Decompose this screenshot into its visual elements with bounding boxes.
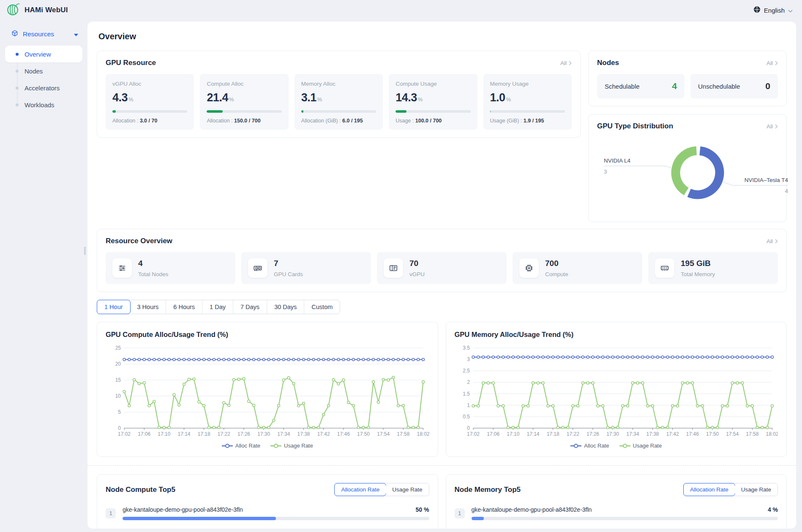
- line-chart-svg: 051015202517:0217:0617:1017:1417:1817:22…: [106, 343, 429, 441]
- resource-label: Total Memory: [681, 271, 715, 277]
- sidebar-item-nodes[interactable]: Nodes: [5, 62, 82, 79]
- toggle-allocation-rate[interactable]: Allocation Rate: [683, 483, 735, 496]
- topbar: HAMi WebUI English: [0, 0, 802, 20]
- resource-overview-all-link[interactable]: All: [767, 238, 778, 244]
- language-label: English: [764, 7, 785, 14]
- chevron-right-icon: [569, 61, 572, 65]
- legend-item-alloc-rate[interactable]: Alloc Rate: [222, 442, 260, 449]
- svg-text:17:02: 17:02: [466, 431, 479, 437]
- time-tab-1-day[interactable]: 1 Day: [202, 300, 233, 314]
- chevron-down-icon: [788, 7, 793, 14]
- stat-detail: Usage (GiB) : 1.9 / 195: [490, 118, 565, 124]
- stat-progress: [490, 110, 565, 113]
- bullet-dot-icon: [16, 53, 19, 56]
- sidebar-group-resources[interactable]: Resources: [5, 26, 82, 42]
- legend-marker-icon: [222, 444, 233, 448]
- svg-text:17:26: 17:26: [586, 431, 599, 437]
- toggle-usage-rate[interactable]: Usage Rate: [735, 483, 777, 496]
- chevron-right-icon: [775, 239, 778, 244]
- svg-text:0: 0: [467, 425, 470, 431]
- legend-item-usage-rate[interactable]: Usage Rate: [619, 442, 662, 449]
- hami-logo-icon: [6, 2, 20, 18]
- resource-overview-item: 70 vGPU: [377, 252, 507, 284]
- resource-overview-items: 4 Total Nodes 7 GPU Cards 70 vGPU 700 Co…: [106, 252, 778, 284]
- svg-text:17:38: 17:38: [297, 431, 310, 437]
- language-selector[interactable]: English: [753, 6, 793, 14]
- donut-slice-nvidia-tesla-t4: [689, 151, 720, 195]
- stat-label: Compute Alloc: [207, 81, 281, 87]
- stat-label: Memory Usage: [490, 81, 565, 87]
- sidebar-item-label: Overview: [25, 51, 51, 58]
- chart-legend: Alloc Rate Usage Rate: [106, 441, 429, 452]
- schedulable-value: 4: [672, 81, 677, 91]
- resource-overview-item: 700 Compute: [513, 252, 642, 284]
- svg-text:1: 1: [467, 402, 470, 408]
- compute-chip-icon: [519, 258, 539, 278]
- bullet-dot-icon: [16, 70, 19, 73]
- svg-text:17:26: 17:26: [237, 431, 250, 437]
- legend-item-usage-rate[interactable]: Usage Rate: [270, 442, 313, 449]
- time-tab-1-hour[interactable]: 1 Hour: [97, 300, 131, 314]
- legend-marker-icon: [270, 444, 281, 448]
- time-tab-6-hours[interactable]: 6 Hours: [166, 300, 202, 314]
- caret-down-icon: [74, 30, 78, 38]
- svg-text:17:50: 17:50: [357, 431, 370, 437]
- resource-overview-title: Resource Overview: [106, 237, 172, 245]
- sidebar-group-label: Resources: [23, 30, 70, 38]
- time-tab-3-hours[interactable]: 3 Hours: [130, 300, 166, 314]
- sidebar-item-overview[interactable]: Overview: [5, 46, 82, 62]
- svg-text:17:54: 17:54: [726, 431, 739, 437]
- gpu-type-donut-chart: NVIDIA L43NVIDIA–Tesla T44: [597, 132, 778, 214]
- svg-text:0.5: 0.5: [463, 414, 470, 420]
- stat-value: 1.0%: [490, 91, 565, 104]
- gpu-stat-card: Compute Alloc 21.4% Allocation : 150.0 /…: [200, 74, 288, 130]
- donut-chart-svg: NVIDIA L43NVIDIA–Tesla T44: [597, 132, 794, 212]
- chart-title: GPU Compute Alloc/Usage Trend (%): [106, 331, 429, 339]
- svg-text:17:30: 17:30: [257, 431, 270, 437]
- sidebar-resize-handle[interactable]: [84, 247, 86, 255]
- chart-legend: Alloc Rate Usage Rate: [455, 441, 778, 452]
- vgpu-icon: [384, 258, 403, 278]
- toggle-allocation-rate[interactable]: Allocation Rate: [334, 483, 386, 496]
- svg-text:5: 5: [118, 409, 121, 415]
- time-tab-30-days[interactable]: 30 Days: [267, 300, 304, 314]
- svg-text:17:50: 17:50: [706, 431, 718, 437]
- top5-card: Node Memory Top5 Allocation RateUsage Ra…: [446, 474, 787, 529]
- toggle-usage-rate[interactable]: Usage Rate: [386, 483, 428, 496]
- resource-label: Compute: [545, 271, 568, 277]
- node-rate-bar: [123, 517, 429, 520]
- resource-value: 700: [545, 259, 568, 268]
- stat-value: 14.3%: [396, 91, 470, 104]
- gpu-card-icon: [248, 258, 267, 278]
- svg-text:20: 20: [115, 361, 121, 367]
- resource-overview-item: 195 GiB Total Memory: [648, 252, 778, 284]
- sidebar-items: Overview Nodes Accelerators Workloads: [5, 46, 82, 113]
- gpu-stat-card: vGPU Alloc 4.3% Allocation : 3.0 / 70: [106, 74, 194, 130]
- svg-text:1.5: 1.5: [463, 391, 470, 397]
- time-tab-custom[interactable]: Custom: [304, 300, 340, 314]
- stat-progress: [207, 110, 281, 113]
- node-name: gke-kantaloupe-demo-gpu-pool-a843f02e-3f…: [472, 506, 592, 513]
- node-name: gke-kantaloupe-demo-gpu-pool-a843f02e-3f…: [123, 506, 243, 513]
- svg-text:18:02: 18:02: [766, 431, 778, 437]
- stat-progress: [112, 110, 187, 113]
- gpu-type-distribution-card: GPU Type Distribution All NVIDIA L43NVID…: [588, 114, 787, 222]
- node-rate-value: 50 %: [416, 506, 429, 513]
- nodes-all-link[interactable]: All: [767, 60, 778, 66]
- chevron-right-icon: [775, 61, 778, 65]
- svg-text:17:54: 17:54: [377, 431, 390, 437]
- sidebar-item-accelerators[interactable]: Accelerators: [5, 79, 82, 96]
- gpu-resource-all-link[interactable]: All: [560, 60, 572, 66]
- rank-badge: 1: [455, 508, 465, 518]
- svg-text:3: 3: [467, 356, 470, 362]
- rate-toggle-group: Allocation RateUsage Rate: [683, 483, 778, 496]
- chevron-right-icon: [775, 124, 778, 129]
- sidebar-item-label: Workloads: [25, 101, 55, 109]
- brand: HAMi WebUI: [6, 2, 68, 18]
- sidebar-item-workloads[interactable]: Workloads: [5, 96, 82, 113]
- time-tab-7-days[interactable]: 7 Days: [233, 300, 267, 314]
- gpu-type-all-link[interactable]: All: [767, 123, 778, 130]
- legend-item-alloc-rate[interactable]: Alloc Rate: [570, 442, 609, 449]
- resource-overview-item: 7 GPU Cards: [241, 252, 371, 284]
- stat-label: vGPU Alloc: [112, 81, 187, 87]
